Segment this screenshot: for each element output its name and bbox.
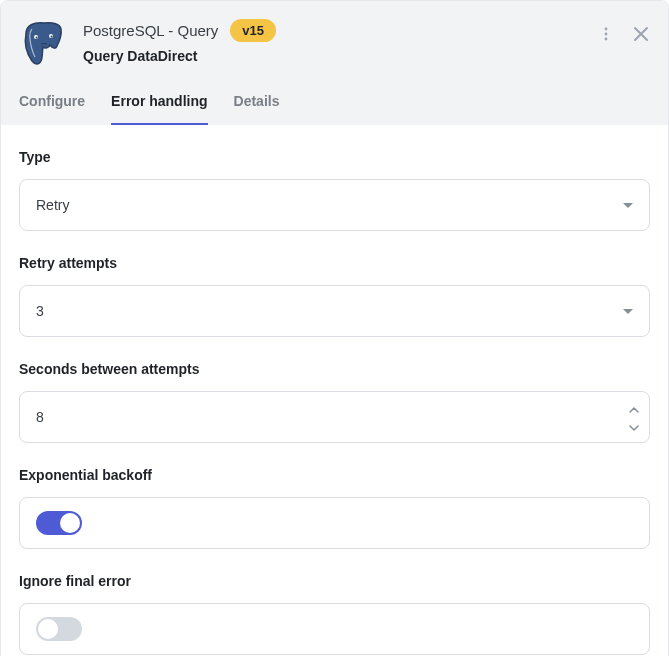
field-ignore-final-error: Ignore final error bbox=[19, 573, 650, 655]
retry-attempts-value: 3 bbox=[36, 303, 623, 319]
retry-attempts-select[interactable]: 3 bbox=[19, 285, 650, 337]
tab-details[interactable]: Details bbox=[234, 93, 280, 125]
ignore-final-error-label: Ignore final error bbox=[19, 573, 650, 589]
chevron-down-icon bbox=[623, 203, 633, 208]
tab-error-handling[interactable]: Error handling bbox=[111, 93, 207, 125]
seconds-between-label: Seconds between attempts bbox=[19, 361, 650, 377]
ignore-final-error-toggle[interactable] bbox=[36, 617, 82, 641]
toggle-knob bbox=[38, 619, 58, 639]
seconds-between-value[interactable] bbox=[36, 409, 633, 425]
postgresql-logo-icon bbox=[19, 19, 69, 69]
field-seconds-between: Seconds between attempts bbox=[19, 361, 650, 443]
exponential-backoff-toggle[interactable] bbox=[36, 511, 82, 535]
seconds-stepper bbox=[629, 401, 639, 433]
config-panel: PostgreSQL - Query v15 Query DataDirect bbox=[0, 0, 669, 656]
type-value: Retry bbox=[36, 197, 623, 213]
exponential-backoff-label: Exponential backoff bbox=[19, 467, 650, 483]
svg-point-3 bbox=[51, 36, 53, 38]
panel-subtitle: Query DataDirect bbox=[83, 48, 598, 64]
ignore-final-error-control bbox=[19, 603, 650, 655]
tabs: Configure Error handling Details bbox=[19, 93, 650, 125]
header-actions bbox=[598, 25, 650, 43]
content-area: Type Retry Retry attempts 3 Seconds betw… bbox=[1, 125, 668, 656]
title-block: PostgreSQL - Query v15 Query DataDirect bbox=[83, 19, 598, 64]
toggle-knob bbox=[60, 513, 80, 533]
version-badge: v15 bbox=[230, 19, 276, 42]
seconds-between-input[interactable] bbox=[19, 391, 650, 443]
chevron-down-icon bbox=[623, 309, 633, 314]
svg-point-6 bbox=[605, 38, 608, 41]
title-row: PostgreSQL - Query v15 bbox=[83, 19, 598, 42]
panel-header: PostgreSQL - Query v15 Query DataDirect bbox=[1, 1, 668, 125]
retry-attempts-label: Retry attempts bbox=[19, 255, 650, 271]
field-retry-attempts: Retry attempts 3 bbox=[19, 255, 650, 337]
svg-point-5 bbox=[605, 33, 608, 36]
close-icon bbox=[632, 25, 650, 43]
header-top: PostgreSQL - Query v15 Query DataDirect bbox=[19, 19, 650, 69]
panel-title: PostgreSQL - Query bbox=[83, 22, 218, 39]
chevron-down-icon bbox=[629, 425, 639, 431]
svg-point-1 bbox=[36, 37, 38, 39]
field-exponential-backoff: Exponential backoff bbox=[19, 467, 650, 549]
kebab-icon bbox=[598, 26, 614, 42]
stepper-up-button[interactable] bbox=[629, 401, 639, 415]
field-type: Type Retry bbox=[19, 149, 650, 231]
tab-configure[interactable]: Configure bbox=[19, 93, 85, 125]
stepper-down-button[interactable] bbox=[629, 419, 639, 433]
more-options-button[interactable] bbox=[598, 26, 614, 42]
close-button[interactable] bbox=[632, 25, 650, 43]
svg-point-4 bbox=[605, 28, 608, 31]
type-select[interactable]: Retry bbox=[19, 179, 650, 231]
chevron-up-icon bbox=[629, 407, 639, 413]
exponential-backoff-control bbox=[19, 497, 650, 549]
type-label: Type bbox=[19, 149, 650, 165]
